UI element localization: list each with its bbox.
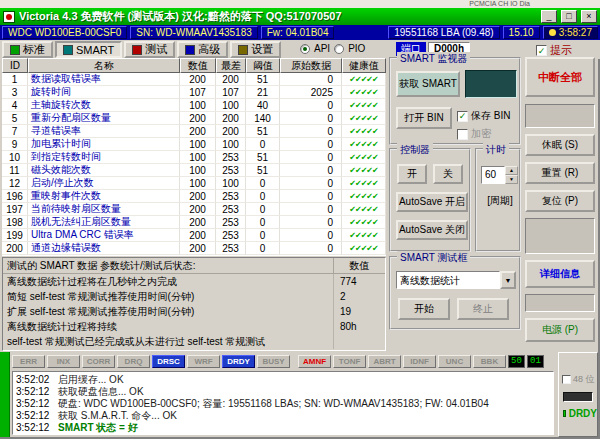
smart-attribute-row[interactable]: 196重映射事件次数20025300✔✔✔✔✔ [2,190,386,203]
cell-val: 200 [180,112,216,125]
smart-attribute-row[interactable]: 197当前待映射扇区数量20025300✔✔✔✔✔ [2,203,386,216]
smart-attribute-row[interactable]: 5重新分配扇区数量2002001400✔✔✔✔✔ [2,112,386,125]
column-header-name[interactable]: 名称 [28,58,180,73]
cell-raw: 0 [280,112,342,125]
log-timestamp: 3:52:12 [16,422,58,434]
cell-health: ✔✔✔✔✔ [342,242,386,255]
cell-thr: 0 [246,229,280,242]
tab-测试[interactable]: 测试 [124,41,175,58]
test-select-value[interactable]: 离线数据统计 [396,271,500,289]
minimize-button[interactable]: _ [541,10,557,23]
cell-name: 寻道错误率 [28,125,180,138]
cell-raw: 0 [280,151,342,164]
title-bar[interactable]: Victoria 4.3 免费软件 (测试版本) 汉化:黯然的落下 QQ:517… [0,8,600,25]
smart-monitor-group: SMART 监视器 获取 SMART 打开 BIN 保存 BIN 加密 [389,57,521,145]
log-line: 3:52:12硬盘: WDC WD100EB-00CSF0; 容量: 19551… [16,398,550,410]
cell-id: 5 [2,112,28,125]
cell-worst: 107 [216,86,246,99]
tab-icon [185,45,195,55]
test-stop-button[interactable]: 终止 [457,298,509,320]
cell-raw: 0 [280,99,342,112]
save-bin-group: 保存 BIN [457,109,510,123]
cell-id: 200 [2,242,28,255]
cell-health: ✔✔✔✔✔ [342,177,386,190]
progress-well-3 [525,294,595,312]
tab-icon [238,45,248,55]
48bit-checkbox[interactable] [562,375,571,384]
smart-attribute-row[interactable]: 200通道边缘错误数20025300✔✔✔✔✔ [2,242,386,255]
controller-off-button[interactable]: 关 [433,164,463,184]
tab-高级[interactable]: 高级 [177,41,228,58]
smart-attribute-row[interactable]: 4主轴旋转次数100100400✔✔✔✔✔ [2,99,386,112]
log-message: 硬盘: WDC WD100EB-00CSF0; 容量: 19551168 LBA… [58,398,489,409]
log-message: 启用缓存... OK [58,374,124,385]
tab-SMART[interactable]: SMART [55,41,122,58]
tab-标准[interactable]: 标准 [2,41,53,58]
tab-设置[interactable]: 设置 [230,41,281,58]
cell-id: 7 [2,125,28,138]
smart-attribute-row[interactable]: 1数据读取错误率200200510✔✔✔✔✔ [2,73,386,86]
smart-attribute-row[interactable]: 10到指定转数时间100253510✔✔✔✔✔ [2,151,386,164]
column-header-worst[interactable]: 最差 [216,58,246,73]
cell-thr: 140 [246,112,280,125]
tab-label: 设置 [251,42,273,57]
smart-attribute-row[interactable]: 7寻道错误率200200510✔✔✔✔✔ [2,125,386,138]
break-all-button[interactable]: 中断全部 [525,57,595,97]
recall-button[interactable]: 重置 (R) [525,162,595,184]
controller-on-button[interactable]: 开 [397,164,427,184]
maximize-button[interactable]: □ [561,10,577,23]
get-smart-button[interactable]: 获取 SMART [396,71,460,97]
controller-caption: 控制器 [397,143,433,157]
log-panel[interactable]: 3:52:02启用缓存... OK3:52:12获取硬盘信息... OK3:52… [12,371,554,435]
timer-spin-down-icon[interactable]: ▼ [505,175,518,184]
tab-bar-tabs: 标准SMART测试高级设置 [2,41,281,58]
smart-attribute-row[interactable]: 11磁头效能次数100253510✔✔✔✔✔ [2,164,386,177]
more-info-button[interactable]: 详细信息 [525,260,595,288]
chevron-down-icon[interactable]: ▼ [500,271,516,289]
smart-attribute-row[interactable]: 3旋转时间107107212025✔✔✔✔✔ [2,86,386,99]
drdy-label: DRDY [569,408,597,419]
tab-label: 测试 [145,42,167,57]
smart-stats-value-header: 数值 [333,258,385,273]
save-bin-checkbox[interactable] [457,111,468,122]
column-header-thr[interactable]: 阈值 [246,58,280,73]
progress-well-1 [525,104,595,128]
encrypt-checkbox[interactable] [457,129,468,140]
api-radio[interactable] [300,44,310,54]
led-drsc: DRSC [152,355,185,368]
column-header-val[interactable]: 数值 [180,58,216,73]
cell-val: 100 [180,138,216,151]
column-header-raw[interactable]: 原始数据 [280,58,342,73]
timer-group: 计时 60 ▲ ▼ [周期] [475,148,521,252]
pio-radio[interactable] [334,44,344,54]
timer-value-input[interactable]: 60 [481,166,505,184]
smart-attribute-row[interactable]: 9加电累计时间10010000✔✔✔✔✔ [2,138,386,151]
open-bin-button[interactable]: 打开 BIN [396,107,452,129]
led-drdy: DRDY [222,355,255,368]
autosave-on-button[interactable]: AutoSave 开启 [396,192,468,212]
reset-button[interactable]: 复位 (P) [525,190,595,212]
cell-worst: 100 [216,138,246,151]
test-start-button[interactable]: 开始 [398,298,450,320]
cell-val: 200 [180,203,216,216]
smart-attribute-row[interactable]: 198脱机无法纠正扇区数量20025300✔✔✔✔✔ [2,216,386,229]
cell-health: ✔✔✔✔✔ [342,164,386,177]
cell-health: ✔✔✔✔✔ [342,99,386,112]
sleep-button[interactable]: 休眠 (S) [525,134,595,156]
smart-status-display [465,70,517,98]
column-header-id[interactable]: ID [2,58,28,73]
power-button[interactable]: 电源 (P) [525,318,595,342]
autosave-off-button[interactable]: AutoSave 关闭 [396,220,468,240]
status-led-bar: ERRINXCORRDRQDRSCWRFDRDYBUSYAMNFTONFABRT… [12,354,544,368]
column-header-health[interactable]: 健康值 [342,58,386,73]
cell-val: 100 [180,177,216,190]
status-register: 01 [527,355,544,368]
smart-monitor-caption: SMART 监视器 [397,52,470,66]
hint-checkbox[interactable] [536,45,547,56]
timer-spin-up-icon[interactable]: ▲ [505,166,518,175]
led-amnf: AMNF [298,355,331,368]
smart-attribute-row[interactable]: 12启动/停止次数10010000✔✔✔✔✔ [2,177,386,190]
log-message: SMART 状态 = 好 [58,422,138,433]
smart-attribute-row[interactable]: 199Ultra DMA CRC 错误率20025300✔✔✔✔✔ [2,229,386,242]
close-button[interactable]: × [581,10,597,23]
